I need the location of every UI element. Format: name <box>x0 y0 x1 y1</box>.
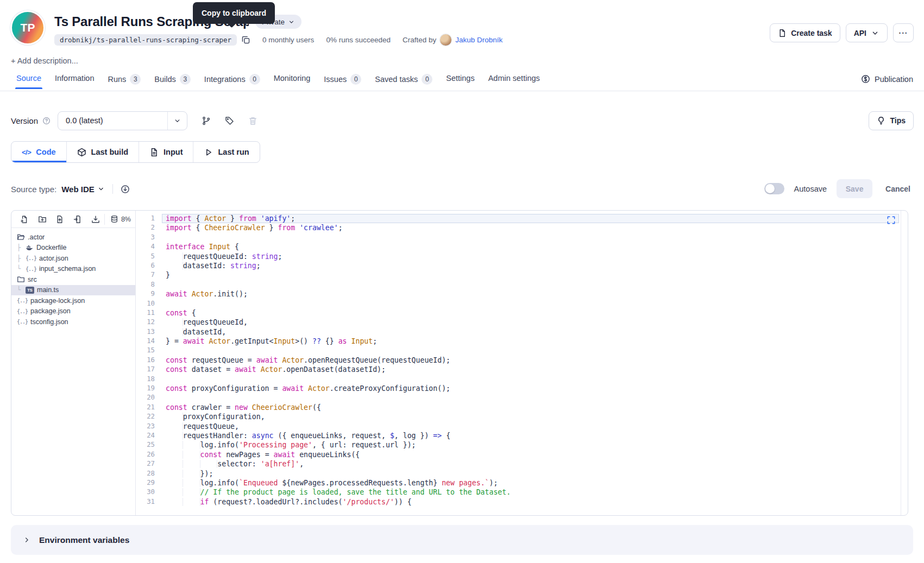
code-line[interactable]: 31 if (request?.loadedUrl?.includes('/pr… <box>136 497 908 507</box>
code-line[interactable]: 22 proxyConfiguration, <box>136 412 908 421</box>
new-file-button[interactable] <box>16 211 34 227</box>
code-line[interactable]: 28 }); <box>136 469 908 478</box>
tree-item-dockerfile[interactable]: ├Dockerfile <box>11 243 135 254</box>
tree-item-input-schema-json[interactable]: └{..}input_schema.json <box>11 264 135 275</box>
new-folder-button[interactable] <box>34 211 52 227</box>
code-line[interactable]: 12 requestQueueId, <box>136 318 908 327</box>
save-button[interactable]: Save <box>837 179 872 198</box>
more-actions-button[interactable]: ··· <box>893 23 914 42</box>
tips-label: Tips <box>890 116 906 125</box>
line-number: 8 <box>136 280 162 289</box>
subtab-label: Input <box>164 148 183 156</box>
git-branch-button[interactable] <box>202 116 211 125</box>
tab-integrations[interactable]: Integrations0 <box>204 74 260 91</box>
tips-button[interactable]: Tips <box>869 111 914 130</box>
tree-item-tsconfig-json[interactable]: {..}tsconfig.json <box>11 317 135 327</box>
code-line[interactable]: 18 <box>136 375 908 384</box>
help-circle-icon[interactable] <box>42 117 51 125</box>
version-select[interactable]: 0.0 (latest) <box>58 111 187 130</box>
environment-variables-panel[interactable]: Environment variables <box>11 525 913 555</box>
code-line[interactable]: 5 requestQueueId: string; <box>136 252 908 261</box>
code-line[interactable]: 20 <box>136 393 908 402</box>
code-line[interactable]: 25 log.info('Processing page', { url: re… <box>136 440 908 450</box>
code-line[interactable]: 14} = await Actor.getInput<Input>() ?? {… <box>136 337 908 346</box>
code-line[interactable]: 29 log.info(`Enqueued ${newPages.process… <box>136 478 908 488</box>
tree-item-package-json[interactable]: {..}package.json <box>11 306 135 317</box>
code-line[interactable]: 10 <box>136 299 908 308</box>
tab-runs[interactable]: Runs3 <box>108 74 141 91</box>
source-type-select[interactable]: Web IDE <box>61 185 105 194</box>
subtab-last-run[interactable]: Last run <box>193 142 259 162</box>
tab-label: Issues <box>324 75 347 84</box>
fullscreen-button[interactable] <box>887 216 896 226</box>
autosave-toggle[interactable] <box>764 183 784 194</box>
code-line[interactable]: 2import { CheerioCrawler } from 'crawlee… <box>136 223 908 232</box>
tab-saved-tasks[interactable]: Saved tasks0 <box>375 74 432 91</box>
code-line[interactable]: 11const { <box>136 308 908 318</box>
code-line[interactable]: 13 datasetId, <box>136 327 908 337</box>
tree-branch: └ <box>17 286 23 294</box>
line-number: 19 <box>136 384 162 393</box>
upload-file-button[interactable] <box>51 211 69 227</box>
subtab-label: Last run <box>218 148 249 156</box>
version-label: Version <box>11 116 38 125</box>
code-line[interactable]: 16const requestQueue = await Actor.openR… <box>136 356 908 365</box>
code-line[interactable]: 23 requestQueue, <box>136 422 908 431</box>
tab-information[interactable]: Information <box>55 74 95 88</box>
code-line[interactable]: 7} <box>136 270 908 280</box>
create-task-button[interactable]: Create task <box>770 23 840 42</box>
tab-builds[interactable]: Builds3 <box>154 74 191 91</box>
code-line[interactable]: 21const crawler = new CheerioCrawler({ <box>136 403 908 412</box>
code-line[interactable]: 26 const newPages = await enqueueLinks({ <box>136 450 908 459</box>
code-line[interactable]: 27 selector: 'a[href]', <box>136 459 908 469</box>
tag-version-button[interactable] <box>225 116 234 125</box>
cancel-button[interactable]: Cancel <box>882 179 914 198</box>
code-line[interactable]: 15 <box>136 346 908 355</box>
tab-settings[interactable]: Settings <box>446 74 474 88</box>
author-link[interactable]: Jakub Drobník <box>455 36 502 44</box>
download-files-button[interactable] <box>86 211 104 227</box>
line-content: } = await Actor.getInput<Input>() ?? {} … <box>162 337 908 346</box>
tab-issues[interactable]: Issues0 <box>324 74 361 91</box>
tab-publication[interactable]: Publication <box>861 74 913 84</box>
code-line[interactable]: 6 datasetId: string; <box>136 261 908 270</box>
tree-item-main-ts[interactable]: └TSmain.ts <box>11 285 135 296</box>
web-ide: 8% .actor├Dockerfile├{..}actor.json└{..}… <box>11 210 908 516</box>
code-line[interactable]: 9await Actor.init(); <box>136 289 908 299</box>
api-button[interactable]: API <box>846 23 888 42</box>
code-line[interactable]: 4interface Input { <box>136 242 908 251</box>
code-line[interactable]: 17const dataset = await Actor.openDatase… <box>136 365 908 374</box>
line-content: if (request?.loadedUrl?.includes('/produ… <box>162 497 908 507</box>
download-source-button[interactable] <box>121 185 130 194</box>
tab-admin-settings[interactable]: Admin settings <box>488 74 540 88</box>
tree-item-src[interactable]: src <box>11 274 135 285</box>
delete-version-button[interactable] <box>248 116 257 125</box>
editor-scrollbar[interactable] <box>901 211 901 515</box>
chevron-down-icon <box>97 185 105 193</box>
code-line[interactable]: 1import { Actor } from 'apify'; <box>136 214 908 223</box>
subtab-last-build[interactable]: Last build <box>67 142 139 162</box>
typescript-icon: TS <box>26 287 34 294</box>
line-content <box>162 299 908 308</box>
import-file-button[interactable] <box>69 211 87 227</box>
new-folder-icon <box>38 215 47 224</box>
tag-icon <box>225 116 234 125</box>
copy-handle-button[interactable] <box>241 35 250 45</box>
tab-source[interactable]: Source <box>16 74 41 88</box>
line-number: 3 <box>136 233 162 242</box>
code-line[interactable]: 24 requestHandler: async ({ enqueueLinks… <box>136 431 908 440</box>
code-editor[interactable]: 1import { Actor } from 'apify';2import {… <box>136 211 908 515</box>
tab-monitoring[interactable]: Monitoring <box>274 74 311 88</box>
code-line[interactable]: 8 <box>136 280 908 289</box>
tab-label: Runs <box>108 75 127 84</box>
code-line[interactable]: 19const proxyConfiguration = await Actor… <box>136 384 908 393</box>
tree-item-actor-json[interactable]: ├{..}actor.json <box>11 253 135 264</box>
subtab-input[interactable]: Input <box>139 142 193 162</box>
code-line[interactable]: 3 <box>136 233 908 242</box>
add-description-button[interactable]: + Add description... <box>11 56 78 65</box>
subtab-code[interactable]: </>Code <box>11 142 67 162</box>
tree-item-package-lock-json[interactable]: {..}package-lock.json <box>11 295 135 306</box>
tree-item--actor[interactable]: .actor <box>11 232 135 243</box>
code-line[interactable]: 30 // If the product page is loaded, sav… <box>136 488 908 497</box>
line-number: 2 <box>136 223 162 232</box>
